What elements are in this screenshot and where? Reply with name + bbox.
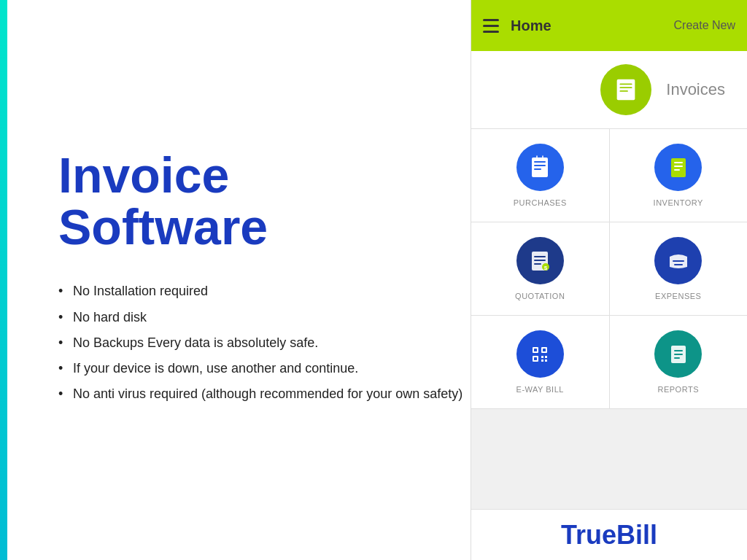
svg-rect-32 xyxy=(674,354,683,355)
left-panel: Invoice Software No Installation require… xyxy=(0,0,471,560)
svg-rect-1 xyxy=(620,83,632,85)
hamburger-menu-button[interactable] xyxy=(483,19,499,33)
eway-icon xyxy=(516,330,564,378)
purchases-menu-item[interactable]: PURCHASES xyxy=(471,129,610,222)
brand-name: TrueBill xyxy=(561,520,657,551)
accent-bar xyxy=(0,0,7,560)
reports-icon xyxy=(654,330,702,378)
svg-rect-26 xyxy=(541,356,543,358)
purchases-svg xyxy=(527,155,553,181)
features-list: No Installation required No hard disk No… xyxy=(58,282,462,403)
svg-rect-11 xyxy=(674,169,680,171)
svg-rect-9 xyxy=(674,162,683,163)
feature-item: No hard disk xyxy=(58,308,462,327)
right-panel: Home Create New Invoices xyxy=(471,0,747,560)
invoices-menu-item[interactable]: Invoices xyxy=(471,51,747,129)
grid-section: PURCHASES INVENTORY xyxy=(471,129,747,409)
expenses-svg xyxy=(665,248,692,274)
svg-rect-10 xyxy=(674,166,683,167)
purchases-label: PURCHASES xyxy=(514,198,567,207)
svg-rect-21 xyxy=(534,349,537,351)
svg-rect-3 xyxy=(620,90,628,92)
reports-label: REPORTS xyxy=(658,385,699,394)
svg-rect-7 xyxy=(534,168,541,170)
create-new-button[interactable]: Create New xyxy=(674,19,735,32)
svg-rect-19 xyxy=(674,264,683,265)
svg-rect-5 xyxy=(534,161,546,163)
grid-row-1: PURCHASES INVENTORY xyxy=(471,129,747,222)
inventory-label: INVENTORY xyxy=(654,198,703,207)
quotation-icon: $ xyxy=(516,237,564,284)
grid-row-2: $ QUOTATION EXPENSES xyxy=(471,222,747,316)
expenses-icon xyxy=(654,237,702,284)
eway-svg xyxy=(527,341,553,368)
reports-menu-item[interactable]: REPORTS xyxy=(610,316,748,408)
eway-menu-item[interactable]: E-WAY BILL xyxy=(471,316,610,408)
main-title: Invoice Software xyxy=(58,149,462,254)
feature-item: No Backups Every data is absolutely safe… xyxy=(58,334,462,352)
svg-rect-27 xyxy=(545,356,547,358)
inventory-menu-item[interactable]: INVENTORY xyxy=(610,129,748,222)
svg-rect-29 xyxy=(545,359,547,362)
reports-svg xyxy=(665,341,692,368)
svg-rect-15 xyxy=(534,263,541,265)
inventory-svg xyxy=(665,155,692,181)
svg-rect-2 xyxy=(620,87,632,88)
left-content: Invoice Software No Installation require… xyxy=(44,149,462,411)
svg-rect-28 xyxy=(541,359,543,362)
brand-footer: TrueBill xyxy=(471,509,747,560)
quotation-menu-item[interactable]: $ QUOTATION xyxy=(471,222,610,315)
feature-item: No Installation required xyxy=(58,282,462,300)
svg-text:$: $ xyxy=(544,265,548,271)
svg-rect-8 xyxy=(671,158,686,177)
eway-label: E-WAY BILL xyxy=(516,385,564,394)
svg-rect-0 xyxy=(617,79,635,101)
svg-rect-23 xyxy=(543,349,546,351)
app-header: Home Create New xyxy=(471,0,747,51)
menu-area: Invoices PURCHASES xyxy=(471,51,747,509)
svg-rect-6 xyxy=(534,165,546,166)
feature-item: If your device is down, use another and … xyxy=(58,359,462,378)
header-title: Home xyxy=(511,18,662,34)
expenses-menu-item[interactable]: EXPENSES xyxy=(610,222,748,315)
invoices-icon xyxy=(600,64,651,115)
svg-rect-31 xyxy=(674,350,683,351)
inventory-icon xyxy=(654,144,702,191)
svg-rect-4 xyxy=(532,158,548,177)
expenses-label: EXPENSES xyxy=(655,292,701,300)
invoices-svg xyxy=(612,76,640,104)
quotation-svg: $ xyxy=(527,248,553,274)
feature-item: No anti virus required (although recomme… xyxy=(58,385,462,403)
svg-rect-25 xyxy=(534,357,537,360)
svg-rect-14 xyxy=(534,260,546,261)
quotation-label: QUOTATION xyxy=(515,292,565,300)
svg-rect-13 xyxy=(534,256,546,257)
purchases-icon xyxy=(516,144,564,191)
svg-rect-18 xyxy=(673,260,684,262)
invoices-label: Invoices xyxy=(666,80,725,99)
svg-rect-33 xyxy=(674,357,680,359)
grid-row-3: E-WAY BILL REPORTS xyxy=(471,316,747,409)
